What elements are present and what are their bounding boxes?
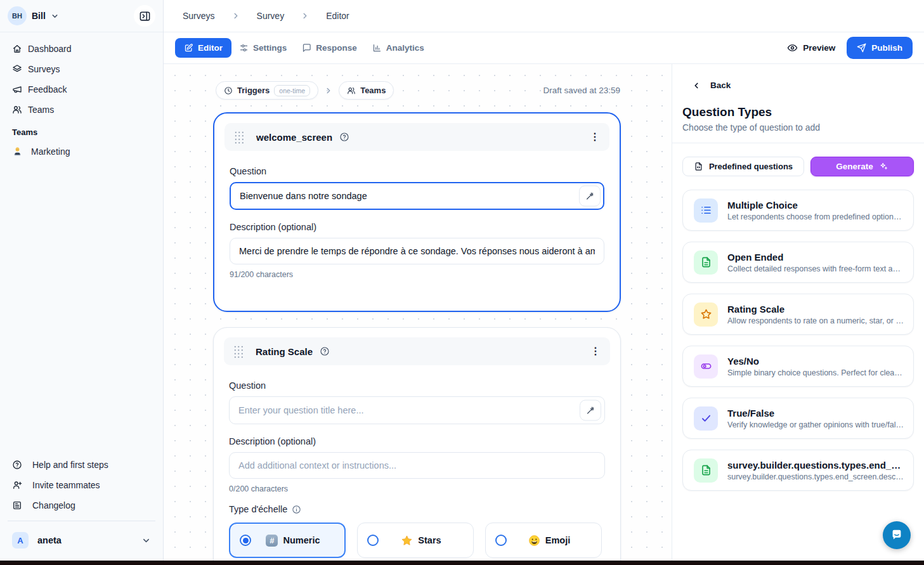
tab-label: Analytics xyxy=(386,43,424,53)
breadcrumb-editor[interactable]: Editor xyxy=(326,11,349,21)
question-card-welcome[interactable]: welcome_screen ⋮ Question Description (o… xyxy=(213,112,621,312)
tab-settings[interactable]: Settings xyxy=(231,38,294,58)
sidebar-section-teams: Teams xyxy=(5,120,158,141)
type-card-true-false[interactable]: True/False Verify knowledge or gather op… xyxy=(682,398,914,439)
tab-analytics[interactable]: Analytics xyxy=(365,38,432,58)
type-title: Open Ended xyxy=(727,252,904,263)
preview-label: Preview xyxy=(803,43,835,53)
breadcrumb-survey[interactable]: Survey xyxy=(257,11,285,21)
info-icon xyxy=(292,505,301,514)
user-plus-icon xyxy=(12,480,22,490)
sidebar-item-marketing[interactable]: Marketing xyxy=(5,141,158,162)
ai-rewrite-button[interactable] xyxy=(580,400,601,421)
question-input[interactable] xyxy=(229,396,605,424)
drag-handle-icon[interactable] xyxy=(233,345,243,358)
predefined-questions-button[interactable]: Predefined questions xyxy=(682,157,804,176)
users-icon xyxy=(347,86,356,95)
question-input[interactable] xyxy=(230,182,604,210)
question-type-list: Multiple Choice Let respondents choose f… xyxy=(672,176,924,491)
chevron-right-icon xyxy=(301,11,309,20)
description-input[interactable] xyxy=(230,238,604,264)
type-card-end-screen[interactable]: survey.builder.questions.types.end_scr..… xyxy=(682,450,914,491)
scale-option-label: Stars xyxy=(418,535,441,545)
type-description: Verify knowledge or gather opinions with… xyxy=(727,420,904,429)
scale-option-emoji[interactable]: Emoji xyxy=(485,523,602,558)
help-circle-icon[interactable] xyxy=(339,132,349,142)
type-card-open-ended[interactable]: Open Ended Collect detailed responses wi… xyxy=(682,242,914,283)
sidebar-item-label: Feedback xyxy=(28,84,67,94)
chat-bubble-icon xyxy=(302,43,311,53)
chevron-right-icon xyxy=(231,11,240,20)
scale-option-label: Numeric xyxy=(283,535,320,545)
tab-response[interactable]: Response xyxy=(294,38,365,58)
sidebar-item-surveys[interactable]: Surveys xyxy=(5,59,158,79)
panel-subtitle: Choose the type of question to add xyxy=(672,119,924,133)
panel-title: Question Types xyxy=(672,90,924,119)
description-label: Description (optional) xyxy=(229,436,605,446)
scale-type-label: Type d'échelle xyxy=(229,504,605,514)
generate-button[interactable]: Generate xyxy=(810,157,914,176)
kebab-menu-icon[interactable]: ⋮ xyxy=(590,132,600,142)
ai-rewrite-button[interactable] xyxy=(579,186,601,207)
tab-editor[interactable]: Editor xyxy=(175,38,231,58)
bar-chart-icon xyxy=(372,43,382,53)
question-card-rating[interactable]: Rating Scale ⋮ Question Description (opt… xyxy=(213,327,621,561)
sidebar-item-teams[interactable]: Teams xyxy=(5,100,158,120)
number-keycap-emoji: # xyxy=(266,535,278,547)
question-types-panel: Back Question Types Choose the type of q… xyxy=(672,64,924,561)
drag-handle-icon[interactable] xyxy=(234,131,244,144)
editor-toolbar: Editor Settings Response Analytics Previ… xyxy=(164,32,924,64)
type-card-multiple-choice[interactable]: Multiple Choice Let respondents choose f… xyxy=(682,190,914,231)
type-title: Yes/No xyxy=(727,356,904,367)
megaphone-icon xyxy=(12,84,22,94)
radio-icon[interactable] xyxy=(367,535,379,546)
sidebar-item-dashboard[interactable]: Dashboard xyxy=(5,39,158,59)
help-circle-icon[interactable] xyxy=(320,346,330,356)
account-name: aneta xyxy=(37,535,62,545)
back-button[interactable]: Back xyxy=(672,64,924,90)
sidebar-bottom: Help and first steps Invite teammates Ch… xyxy=(0,455,163,561)
preview-button[interactable]: Preview xyxy=(787,42,835,53)
sidebar-item-label: Invite teammates xyxy=(32,480,100,490)
radio-selected-icon[interactable] xyxy=(240,535,251,546)
chat-bubble-icon xyxy=(890,528,904,542)
chevron-right-icon xyxy=(324,86,333,95)
publish-label: Publish xyxy=(871,43,902,53)
breadcrumb-surveys[interactable]: Surveys xyxy=(183,11,215,21)
draft-status: Draft saved at 23:59 xyxy=(543,81,620,100)
sidebar-collapse-button[interactable] xyxy=(134,5,155,27)
sidebar: BH Bill Dashboard Surveys Feedback Teams… xyxy=(0,0,164,561)
type-card-rating-scale[interactable]: Rating Scale Allow respondents to rate o… xyxy=(682,294,914,335)
woman-technologist-emoji xyxy=(12,146,23,157)
triggers-pill[interactable]: Triggers one-time xyxy=(216,81,318,100)
predefined-questions-label: Predefined questions xyxy=(709,162,793,171)
radio-icon[interactable] xyxy=(495,535,507,546)
sidebar-item-help[interactable]: Help and first steps xyxy=(5,455,158,475)
list-icon xyxy=(700,204,712,216)
window-bottom-edge xyxy=(0,561,924,565)
type-card-yes-no[interactable]: Yes/No Simple binary choice questions. P… xyxy=(682,346,914,387)
sidebar-item-label: Surveys xyxy=(28,64,60,74)
clock-icon xyxy=(224,86,233,95)
kebab-menu-icon[interactable]: ⋮ xyxy=(590,346,601,356)
sidebar-item-invite[interactable]: Invite teammates xyxy=(5,475,158,495)
scale-option-numeric[interactable]: # Numeric xyxy=(229,523,346,558)
chat-launcher-button[interactable] xyxy=(883,521,911,549)
account-menu[interactable]: A aneta xyxy=(5,526,158,554)
sidebar-item-changelog[interactable]: Changelog xyxy=(5,495,158,516)
type-description: Simple binary choice questions. Perfect … xyxy=(727,368,904,377)
eye-icon xyxy=(787,42,798,53)
scale-type-label-text: Type d'échelle xyxy=(229,504,287,514)
scale-option-stars[interactable]: Stars xyxy=(357,523,474,558)
triggers-badge: one-time xyxy=(274,85,310,96)
workspace-switcher[interactable]: BH Bill xyxy=(0,0,163,32)
card-header: welcome_screen ⋮ xyxy=(224,123,609,151)
publish-button[interactable]: Publish xyxy=(847,37,913,59)
file-text-icon xyxy=(700,464,712,476)
scale-options: # Numeric Stars Emoji xyxy=(229,523,605,558)
description-input[interactable] xyxy=(229,452,605,479)
sidebar-item-feedback[interactable]: Feedback xyxy=(5,79,158,100)
home-icon xyxy=(12,44,22,54)
teams-pill[interactable]: Teams xyxy=(339,81,394,100)
survey-canvas: Triggers one-time Teams Draft saved at 2… xyxy=(164,64,672,561)
